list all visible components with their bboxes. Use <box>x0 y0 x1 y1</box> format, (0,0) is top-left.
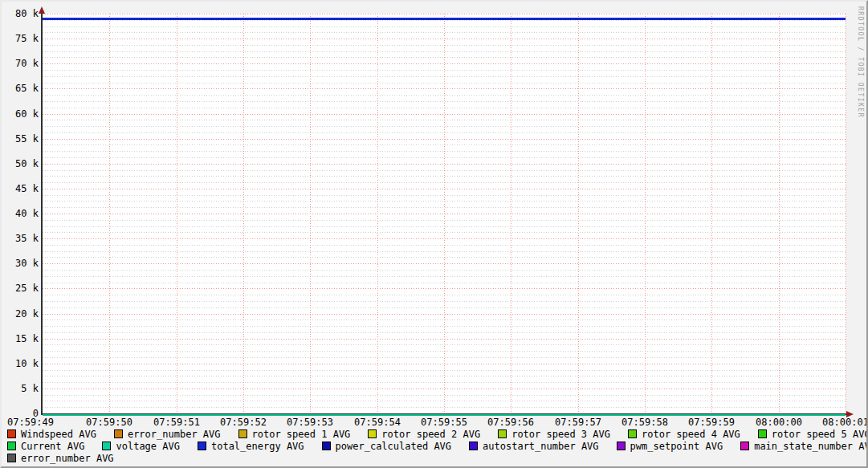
x-tick-label: 07:59:51 <box>149 417 205 427</box>
legend-label: rotor speed 4 AVG <box>642 429 740 440</box>
legend-item: rotor speed 4 AVG <box>628 429 740 440</box>
legend-label: rotor speed 3 AVG <box>511 429 610 440</box>
legend-item: total_energy AVG <box>198 441 304 452</box>
legend-item: pwm_setpoint AVG <box>617 441 723 452</box>
legend-label: error_number AVG <box>128 429 221 440</box>
x-tick-label: 07:59:54 <box>349 417 405 427</box>
x-tick-label: 07:59:49 <box>2 417 59 427</box>
legend-item: error_number AVG <box>114 429 221 440</box>
major-gridline-vertical <box>779 14 780 413</box>
y-tick-label: 70 k <box>2 59 39 68</box>
legend-color-swatch-icon <box>7 454 16 462</box>
legend-label: Current AVG <box>21 441 84 452</box>
legend-label: error_number AVG <box>21 453 114 464</box>
x-tick-label: 08:00:01 <box>817 417 868 427</box>
x-tick-label: 07:59:59 <box>683 417 740 427</box>
legend-color-swatch-icon <box>102 442 111 450</box>
y-tick-label: 80 k <box>2 9 39 18</box>
series-line-total-energy-avg <box>43 18 846 20</box>
legend-color-swatch-icon <box>368 429 377 438</box>
legend-item: rotor speed 3 AVG <box>498 429 610 440</box>
legend-label: Windspeed AVG <box>21 429 96 440</box>
legend-color-swatch-icon <box>322 442 331 450</box>
y-tick-label: 5 k <box>2 384 39 393</box>
legend-row: error_number AVG <box>7 452 865 464</box>
y-tick-label: 65 k <box>2 83 39 93</box>
rrd-graph: 05 k10 k15 k20 k25 k30 k35 k40 k45 k50 k… <box>0 0 868 468</box>
legend-item: voltage AVG <box>102 441 179 452</box>
x-tick-label: 07:59:57 <box>550 417 606 427</box>
major-gridline-vertical <box>511 14 511 413</box>
series-line-voltage-avg <box>43 414 846 416</box>
x-tick-label: 07:59:56 <box>483 417 539 427</box>
legend-color-swatch-icon <box>498 429 507 438</box>
legend-item: rotor speed 1 AVG <box>238 429 351 440</box>
y-axis-arrow-icon <box>39 6 45 14</box>
legend-color-swatch-icon <box>740 442 749 450</box>
legend-row: Windspeed AVGerror_number AVGrotor speed… <box>7 428 865 440</box>
y-tick-label: 35 k <box>2 234 39 243</box>
legend-label: rotor speed 2 AVG <box>381 429 480 440</box>
x-axis-arrow-icon <box>846 411 854 417</box>
legend-color-swatch-icon <box>238 429 247 438</box>
legend-label: power_calculated AVG <box>336 441 452 452</box>
legend-color-swatch-icon <box>7 429 16 438</box>
x-tick-label: 07:59:53 <box>282 417 338 427</box>
x-tick-label: 07:59:55 <box>416 417 472 427</box>
legend-row: Current AVGvoltage AVGtotal_energy AVGpo… <box>7 440 865 452</box>
legend-label: total_energy AVG <box>211 441 304 452</box>
y-axis <box>41 12 43 414</box>
x-tick-label: 07:59:50 <box>81 417 137 427</box>
y-tick-label: 50 k <box>2 159 39 169</box>
y-tick-label: 45 k <box>2 184 39 193</box>
y-tick-label: 25 k <box>2 283 39 293</box>
legend-label: voltage AVG <box>116 441 179 452</box>
legend-item: rotor speed 2 AVG <box>368 429 480 440</box>
legend-color-swatch-icon <box>469 442 478 450</box>
major-gridline-vertical <box>377 14 378 413</box>
y-tick-label: 40 k <box>2 209 39 218</box>
y-tick-label: 20 k <box>2 309 39 319</box>
watermark-text: RRDTOOL / TOBI OETIKER <box>857 6 864 118</box>
y-tick-label: 15 k <box>2 334 39 344</box>
legend-label: pwm_setpoint AVG <box>630 441 723 452</box>
legend-color-swatch-icon <box>628 429 637 438</box>
legend-label: main_state_number AVG <box>754 441 868 452</box>
major-gridline-vertical <box>444 14 445 413</box>
y-tick-label: 30 k <box>2 258 39 268</box>
legend-color-swatch-icon <box>617 442 626 450</box>
legend-item: main_state_number AVG <box>740 441 868 452</box>
major-gridline-vertical <box>711 14 712 413</box>
major-gridline-vertical <box>243 14 244 413</box>
legend-label: rotor speed 1 AVG <box>252 429 351 440</box>
legend-item: Current AVG <box>7 441 84 452</box>
x-tick-label: 07:59:52 <box>215 417 271 427</box>
major-gridline-vertical <box>645 14 646 413</box>
legend-color-swatch-icon <box>114 429 123 438</box>
legend-item: Windspeed AVG <box>7 429 96 440</box>
legend-item: rotor speed 5 AVG <box>758 429 868 440</box>
legend-label: autostart_number AVG <box>483 441 599 452</box>
y-tick-label: 75 k <box>2 34 39 43</box>
legend-item: error_number AVG <box>7 453 114 464</box>
y-tick-label: 60 k <box>2 109 39 119</box>
legend-color-swatch-icon <box>758 429 767 438</box>
x-tick-label: 07:59:58 <box>617 417 673 427</box>
y-tick-label: 10 k <box>2 359 39 368</box>
legend-color-swatch-icon <box>198 442 206 450</box>
major-gridline-vertical <box>846 14 846 413</box>
major-gridline-vertical <box>177 14 177 413</box>
legend-color-swatch-icon <box>7 442 16 450</box>
legend-item: autostart_number AVG <box>469 441 599 452</box>
major-gridline-vertical <box>578 14 579 413</box>
legend-item: power_calculated AVG <box>322 441 452 452</box>
major-gridline-vertical <box>109 14 110 413</box>
legend: Windspeed AVGerror_number AVGrotor speed… <box>7 428 865 464</box>
legend-label: rotor speed 5 AVG <box>772 429 868 440</box>
major-gridline-vertical <box>310 14 311 413</box>
x-tick-label: 08:00:00 <box>751 417 807 427</box>
y-tick-label: 55 k <box>2 134 39 144</box>
